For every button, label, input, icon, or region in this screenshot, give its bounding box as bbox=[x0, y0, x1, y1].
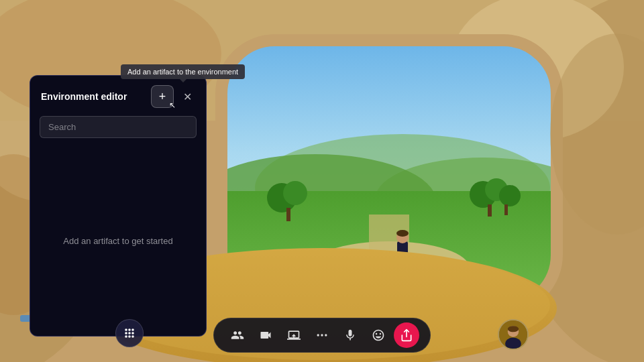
svg-point-40 bbox=[125, 335, 127, 338]
empty-state-message: Add an artifact to get started bbox=[63, 236, 172, 246]
svg-point-45 bbox=[325, 334, 327, 336]
people-button[interactable] bbox=[225, 322, 250, 348]
environment-editor-panel: Environment editor + ↖ ✕ Add an artifact… bbox=[30, 75, 207, 337]
share-button[interactable] bbox=[394, 322, 419, 348]
svg-point-42 bbox=[131, 335, 134, 338]
avatar-image bbox=[499, 319, 527, 350]
search-input[interactable] bbox=[40, 116, 197, 138]
more-button[interactable] bbox=[309, 322, 335, 348]
svg-point-36 bbox=[131, 328, 134, 331]
user-avatar[interactable] bbox=[498, 319, 529, 350]
grid-menu-button[interactable] bbox=[115, 319, 144, 347]
svg-point-49 bbox=[508, 326, 519, 332]
close-panel-button[interactable]: ✕ bbox=[179, 88, 195, 105]
panel-body: Add an artifact to get started bbox=[30, 146, 206, 336]
emoji-icon bbox=[372, 328, 385, 342]
svg-point-48 bbox=[505, 338, 521, 350]
video-button[interactable] bbox=[253, 322, 278, 348]
svg-rect-22 bbox=[504, 204, 508, 215]
svg-point-21 bbox=[499, 185, 521, 206]
share-icon bbox=[400, 328, 413, 342]
panel-header-actions: + ↖ ✕ bbox=[151, 85, 195, 108]
video-icon bbox=[259, 328, 272, 342]
cursor-icon: ↖ bbox=[169, 101, 176, 110]
svg-point-41 bbox=[128, 335, 131, 338]
screen-share-icon bbox=[287, 328, 301, 342]
bottom-toolbar bbox=[213, 318, 431, 353]
svg-rect-20 bbox=[488, 204, 492, 217]
svg-rect-17 bbox=[286, 208, 290, 221]
emoji-button[interactable] bbox=[366, 322, 391, 348]
people-icon bbox=[231, 328, 244, 342]
panel-header: Environment editor + ↖ ✕ bbox=[30, 76, 206, 116]
svg-point-16 bbox=[283, 181, 307, 205]
svg-point-37 bbox=[125, 332, 127, 335]
mic-icon bbox=[343, 328, 357, 342]
panel-title: Environment editor bbox=[41, 91, 127, 102]
add-artifact-button[interactable]: + ↖ bbox=[151, 85, 174, 108]
plus-icon: + bbox=[159, 90, 166, 104]
svg-point-43 bbox=[317, 334, 319, 336]
grid-icon bbox=[123, 326, 136, 340]
svg-point-34 bbox=[125, 328, 127, 331]
svg-point-39 bbox=[131, 332, 134, 335]
search-container bbox=[30, 116, 206, 146]
more-icon bbox=[315, 328, 329, 342]
svg-point-26 bbox=[396, 230, 409, 237]
svg-point-38 bbox=[128, 332, 131, 335]
mic-button[interactable] bbox=[337, 322, 363, 348]
svg-point-44 bbox=[321, 334, 323, 336]
svg-point-35 bbox=[128, 328, 131, 331]
screen-share-button[interactable] bbox=[281, 322, 307, 348]
